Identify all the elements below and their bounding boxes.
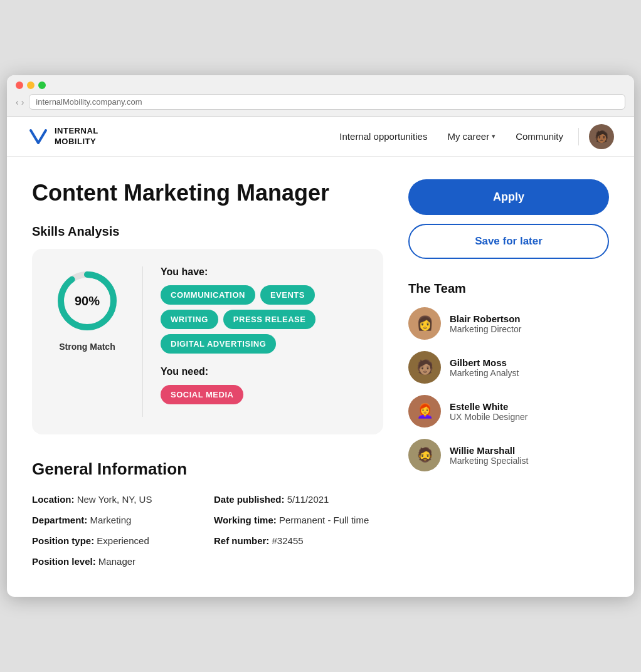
general-info-section: General Information Location: New York, … (32, 459, 383, 567)
browser-chrome: ‹ › internalMobility.company.com (7, 75, 634, 117)
nav-my-career[interactable]: My career ▾ (447, 131, 495, 142)
right-column: Apply Save for later The Team 👩 Blair Ro… (408, 179, 609, 566)
info-working-time: Working time: Permanent - Full time (214, 515, 383, 525)
info-ref-value: #32455 (272, 535, 304, 546)
info-location-value: New York, NY, US (77, 494, 152, 505)
member-name-blair: Blair Robertson (450, 313, 521, 324)
dot-yellow[interactable] (27, 81, 34, 89)
member-info-gilbert: Gilbert Moss Marketing Analyst (450, 357, 519, 378)
team-member-estelle: 👩‍🦰 Estelle White UX Mobile Designer (408, 395, 609, 428)
nav-links: Internal opportunities My career ▾ Commu… (339, 131, 563, 142)
info-position-type: Position type: Experienced (32, 535, 201, 546)
browser-window: ‹ › internalMobility.company.com INTERNA… (7, 75, 634, 596)
info-working-time-label: Working time: (214, 515, 279, 525)
member-role-gilbert: Marketing Analyst (450, 368, 519, 378)
logo-text: INTERNAL MOBILITY (55, 126, 98, 147)
team-title: The Team (408, 281, 609, 296)
skills-analysis-title: Skills Analysis (32, 224, 383, 239)
member-info-blair: Blair Robertson Marketing Director (450, 313, 521, 334)
member-info-estelle: Estelle White UX Mobile Designer (450, 401, 528, 422)
vertical-divider (142, 266, 143, 417)
avatar-image: 🧑🏾 (595, 130, 608, 144)
team-member-blair: 👩 Blair Robertson Marketing Director (408, 307, 609, 340)
avatar-willie: 🧔 (408, 439, 441, 471)
app-navbar: INTERNAL MOBILITY Internal opportunities… (7, 117, 634, 157)
user-avatar[interactable]: 🧑🏾 (589, 124, 614, 149)
info-date-value: 5/11/2021 (287, 494, 329, 505)
skills-need-tags: SOCIAL MEDIA (161, 385, 366, 404)
back-icon[interactable]: ‹ (16, 97, 19, 107)
info-position-level-value: Manager (98, 556, 135, 567)
apply-button[interactable]: Apply (408, 179, 609, 215)
skills-card: 90% Strong Match You have: COMMUNICATION… (32, 249, 383, 434)
match-label: Strong Match (59, 342, 115, 352)
address-text: internalMobility.company.com (36, 97, 142, 107)
info-location-label: Location: (32, 494, 77, 505)
nav-internal-opportunities[interactable]: Internal opportunities (339, 131, 427, 142)
member-name-gilbert: Gilbert Moss (450, 357, 519, 368)
dot-green[interactable] (38, 81, 46, 89)
skill-tag-social-media: SOCIAL MEDIA (161, 385, 243, 404)
info-date-label: Date published: (214, 494, 287, 505)
you-need-label: You need: (161, 366, 366, 377)
general-info-title: General Information (32, 459, 383, 479)
info-position-level: Position level: Manager (32, 556, 201, 567)
skill-tag-digital-advertising: DIGITAL ADVERTISING (161, 334, 276, 354)
address-bar[interactable]: internalMobility.company.com (29, 94, 625, 110)
left-column: Content Marketing Manager Skills Analysi… (32, 179, 383, 566)
avatar-estelle: 👩‍🦰 (408, 395, 441, 428)
my-career-dropdown-icon: ▾ (492, 132, 495, 140)
skill-tag-events: EVENTS (260, 285, 315, 305)
logo-area: INTERNAL MOBILITY (27, 125, 98, 148)
info-department-label: Department: (32, 515, 90, 525)
member-role-willie: Marketing Specialist (450, 456, 528, 466)
skill-tag-communication: COMMUNICATION (161, 285, 255, 305)
logo-icon (27, 125, 50, 148)
nav-community[interactable]: Community (516, 131, 563, 142)
info-date-published: Date published: 5/11/2021 (214, 494, 383, 505)
info-grid: Location: New York, NY, US Date publishe… (32, 494, 383, 567)
chart-area: 90% Strong Match (50, 266, 125, 352)
job-title: Content Marketing Manager (32, 179, 383, 206)
avatar-estelle-image: 👩‍🦰 (416, 403, 433, 419)
member-name-estelle: Estelle White (450, 401, 528, 412)
team-member-gilbert: 🧑🏽 Gilbert Moss Marketing Analyst (408, 351, 609, 384)
member-role-estelle: UX Mobile Designer (450, 412, 528, 422)
info-ref-number: Ref number: #32455 (214, 535, 383, 546)
skill-tag-writing: WRITING (161, 310, 218, 329)
nav-divider (578, 128, 579, 145)
you-have-label: You have: (161, 266, 366, 278)
avatar-blair-image: 👩 (416, 315, 433, 332)
info-position-type-value: Experienced (97, 535, 149, 546)
member-info-willie: Willie Marshall Marketing Specialist (450, 445, 528, 466)
address-bar-row: ‹ › internalMobility.company.com (16, 94, 625, 116)
member-name-willie: Willie Marshall (450, 445, 528, 456)
member-role-blair: Marketing Director (450, 324, 521, 334)
avatar-gilbert: 🧑🏽 (408, 351, 441, 384)
browser-dots (16, 81, 625, 89)
main-content: Content Marketing Manager Skills Analysi… (7, 157, 634, 596)
team-member-willie: 🧔 Willie Marshall Marketing Specialist (408, 439, 609, 471)
info-department-value: Marketing (90, 515, 132, 525)
nav-arrows: ‹ › (16, 97, 24, 107)
info-department: Department: Marketing (32, 515, 201, 525)
donut-percent: 90% (75, 293, 100, 308)
donut-chart: 90% (53, 266, 122, 335)
forward-icon[interactable]: › (21, 97, 24, 107)
info-ref-label: Ref number: (214, 535, 272, 546)
info-position-type-label: Position type: (32, 535, 97, 546)
avatar-blair: 👩 (408, 307, 441, 340)
avatar-gilbert-image: 🧑🏽 (416, 359, 433, 375)
team-section: The Team 👩 Blair Robertson Marketing Dir… (408, 281, 609, 471)
info-working-time-value: Permanent - Full time (279, 515, 369, 525)
dot-red[interactable] (16, 81, 23, 89)
avatar-willie-image: 🧔 (416, 447, 433, 463)
info-position-level-label: Position level: (32, 556, 98, 567)
skills-have-tags: COMMUNICATION EVENTS WRITING PRESS RELEA… (161, 285, 366, 354)
skill-tag-press-release: PRESS RELEASE (223, 310, 316, 329)
skills-details: You have: COMMUNICATION EVENTS WRITING P… (161, 266, 366, 417)
save-for-later-button[interactable]: Save for later (408, 224, 609, 259)
info-location: Location: New York, NY, US (32, 494, 201, 505)
